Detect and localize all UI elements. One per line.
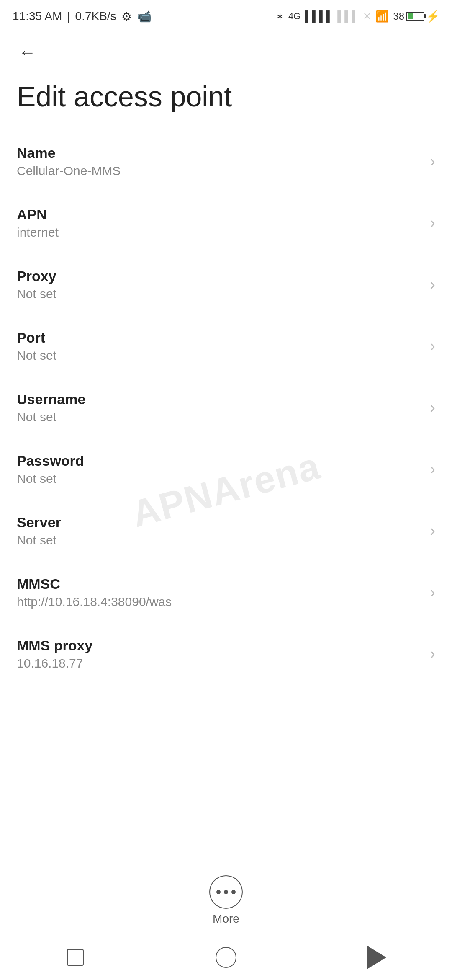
settings-label-mms-proxy: MMS proxy xyxy=(17,637,421,654)
settings-label-server: Server xyxy=(17,514,421,531)
settings-label-proxy: Proxy xyxy=(17,268,421,284)
more-button[interactable]: More xyxy=(209,875,243,926)
chevron-right-username: › xyxy=(430,399,435,417)
time-display: 11:35 AM xyxy=(13,10,62,23)
top-nav: ← xyxy=(0,29,452,71)
settings-value-name: Cellular-One-MMS xyxy=(17,164,421,178)
settings-value-password: Not set xyxy=(17,472,421,486)
nav-bar xyxy=(0,934,452,980)
chevron-right-server: › xyxy=(430,522,435,540)
settings-item-port[interactable]: Port Not set › xyxy=(0,315,452,377)
battery-container: 38 ⚡ xyxy=(393,10,439,23)
settings-label-name: Name xyxy=(17,145,421,161)
settings-value-apn: internet xyxy=(17,225,421,240)
chevron-right-apn: › xyxy=(430,214,435,232)
no-signal-icon: ✕ xyxy=(363,10,371,22)
settings-icon: ⚙ xyxy=(121,10,132,23)
signal-bars2-icon: ▌▌▌ xyxy=(337,10,359,22)
settings-label-mmsc: MMSC xyxy=(17,576,421,592)
speed-indicator: | xyxy=(67,10,70,23)
network-4g-icon: 4G xyxy=(288,11,300,22)
settings-item-mms-proxy-content: MMS proxy 10.16.18.77 xyxy=(17,637,421,671)
status-left: 11:35 AM | 0.7KB/s ⚙ 📹 xyxy=(13,10,152,23)
settings-item-username[interactable]: Username Not set › xyxy=(0,377,452,438)
more-dot-3 xyxy=(231,890,236,894)
settings-item-proxy[interactable]: Proxy Not set › xyxy=(0,254,452,315)
settings-item-proxy-content: Proxy Not set xyxy=(17,268,421,301)
settings-label-apn: APN xyxy=(17,206,421,223)
settings-item-server[interactable]: Server Not set › xyxy=(0,500,452,562)
page-title: Edit access point xyxy=(17,80,435,114)
settings-item-mms-proxy[interactable]: MMS proxy 10.16.18.77 › xyxy=(0,623,452,685)
page-title-container: Edit access point xyxy=(0,71,452,131)
signal-bars-icon: ▌▌▌▌ xyxy=(305,10,333,22)
settings-value-proxy: Not set xyxy=(17,287,421,301)
settings-item-username-content: Username Not set xyxy=(17,391,421,424)
battery-icon xyxy=(406,12,424,21)
settings-item-apn-content: APN internet xyxy=(17,206,421,240)
nav-back-button[interactable] xyxy=(360,941,393,974)
back-arrow-icon: ← xyxy=(18,44,36,61)
back-icon xyxy=(367,946,386,969)
settings-value-username: Not set xyxy=(17,410,421,424)
back-button[interactable]: ← xyxy=(13,38,42,67)
more-dot-2 xyxy=(224,890,228,894)
more-circle-icon xyxy=(209,875,243,909)
settings-item-mmsc[interactable]: MMSC http://10.16.18.4:38090/was › xyxy=(0,562,452,623)
battery-fill xyxy=(408,13,413,19)
battery-percent: 38 xyxy=(393,10,404,22)
settings-item-password-content: Password Not set xyxy=(17,453,421,486)
bluetooth-icon: ∗ xyxy=(276,10,284,22)
settings-item-port-content: Port Not set xyxy=(17,330,421,363)
recent-apps-icon xyxy=(67,949,84,966)
charging-icon: ⚡ xyxy=(426,10,439,23)
camera-icon: 📹 xyxy=(137,10,152,23)
settings-item-server-content: Server Not set xyxy=(17,514,421,547)
more-dots-icon xyxy=(216,890,236,894)
settings-label-port: Port xyxy=(17,330,421,346)
chevron-right-password: › xyxy=(430,460,435,478)
chevron-right-port: › xyxy=(430,337,435,355)
status-bar: 11:35 AM | 0.7KB/s ⚙ 📹 ∗ 4G ▌▌▌▌ ▌▌▌ ✕ 📶… xyxy=(0,0,452,29)
settings-value-mmsc: http://10.16.18.4:38090/was xyxy=(17,595,421,609)
settings-item-name[interactable]: Name Cellular-One-MMS › xyxy=(0,131,452,192)
settings-item-apn[interactable]: APN internet › xyxy=(0,192,452,254)
nav-recent-button[interactable] xyxy=(59,941,92,974)
settings-value-mms-proxy: 10.16.18.77 xyxy=(17,656,421,671)
settings-label-username: Username xyxy=(17,391,421,407)
chevron-right-mms-proxy: › xyxy=(430,645,435,663)
settings-value-port: Not set xyxy=(17,348,421,363)
more-label: More xyxy=(213,912,239,926)
chevron-right-proxy: › xyxy=(430,276,435,294)
chevron-right-name: › xyxy=(430,152,435,170)
home-icon xyxy=(216,947,236,968)
settings-item-mmsc-content: MMSC http://10.16.18.4:38090/was xyxy=(17,576,421,609)
settings-item-name-content: Name Cellular-One-MMS xyxy=(17,145,421,178)
nav-home-button[interactable] xyxy=(209,941,243,974)
settings-item-password[interactable]: Password Not set › xyxy=(0,438,452,500)
chevron-right-mmsc: › xyxy=(430,583,435,601)
wifi-icon: 📶 xyxy=(375,10,389,23)
status-right: ∗ 4G ▌▌▌▌ ▌▌▌ ✕ 📶 38 ⚡ xyxy=(276,10,439,23)
speed-display: 0.7KB/s xyxy=(75,10,116,23)
settings-label-password: Password xyxy=(17,453,421,469)
settings-value-server: Not set xyxy=(17,533,421,547)
settings-list: Name Cellular-One-MMS › APN internet › P… xyxy=(0,131,452,685)
more-dot-1 xyxy=(216,890,221,894)
